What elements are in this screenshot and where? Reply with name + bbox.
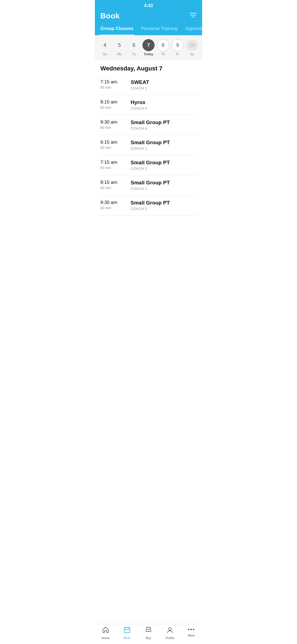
class-time-1: 7:15 am 60 min: [100, 79, 131, 89]
date-label-10: Sa: [190, 52, 194, 56]
date-item-7[interactable]: 7 Today: [142, 39, 155, 56]
class-list: 7:15 am 60 min SWEAT COACH 1 8:15 am 60 …: [95, 75, 202, 215]
class-time-5: 7:15 am 60 min: [100, 160, 131, 170]
filter-icon[interactable]: [189, 12, 197, 20]
tab-bar: Group Classes Personal Training Appointm…: [95, 24, 202, 35]
date-number-7: 7: [142, 39, 155, 51]
class-info-1: SWEAT COACH 1: [131, 79, 197, 90]
class-item-7[interactable]: 9:30 am 60 min Small Group PT COACH 1: [99, 195, 198, 215]
date-number-4: 4: [99, 39, 111, 51]
page-title: Book: [100, 12, 120, 20]
tab-group-classes[interactable]: Group Classes: [99, 24, 134, 35]
class-info-4: Small Group PT COACH 1: [131, 140, 197, 151]
date-number-6: 6: [128, 39, 140, 51]
date-picker: 4 Su 5 Mo 6 Tu 7 Today 8 Th 9 Fr 10 Sa: [95, 35, 202, 60]
class-time-7: 9:30 am 60 min: [100, 200, 131, 210]
class-info-7: Small Group PT COACH 1: [131, 200, 197, 211]
tab-personal-training[interactable]: Personal Training: [140, 24, 178, 35]
day-heading: Wednesday, August 7: [95, 60, 202, 75]
date-item-10[interactable]: 10 Sa: [186, 39, 198, 56]
date-item-4[interactable]: 4 Su: [99, 39, 111, 56]
class-info-3: Small Group PT COACH A: [131, 119, 197, 130]
date-number-9: 9: [172, 39, 184, 51]
date-label-7: Today: [144, 52, 153, 56]
class-item-3[interactable]: 9:30 am 60 min Small Group PT COACH A: [99, 115, 198, 135]
class-item-1[interactable]: 7:15 am 60 min SWEAT COACH 1: [99, 75, 198, 95]
header: Book: [95, 9, 202, 24]
date-item-6[interactable]: 6 Tu: [128, 39, 140, 56]
class-item-6[interactable]: 8:15 am 60 min Small Group PT COACH 1: [99, 175, 198, 195]
tab-appointments[interactable]: Appointments: [184, 24, 202, 35]
class-item-4[interactable]: 6:15 am 60 min Small Group PT COACH 1: [99, 135, 198, 155]
date-label-4: Su: [103, 52, 107, 56]
date-number-10: 10: [186, 39, 198, 51]
class-info-2: Hyrox COACH A: [131, 99, 197, 110]
class-time-6: 8:15 am 60 min: [100, 180, 131, 190]
status-bar: 4:43: [95, 0, 202, 9]
date-number-5: 5: [113, 39, 125, 51]
date-item-8[interactable]: 8 Th: [157, 39, 169, 56]
date-item-5[interactable]: 5 Mo: [113, 39, 125, 56]
date-label-9: Fr: [176, 52, 179, 56]
class-info-6: Small Group PT COACH 1: [131, 180, 197, 191]
date-number-8: 8: [157, 39, 169, 51]
class-time-4: 6:15 am 60 min: [100, 140, 131, 150]
date-item-9[interactable]: 9 Fr: [172, 39, 184, 56]
date-label-6: Tu: [132, 52, 136, 56]
status-time: 4:43: [144, 3, 153, 8]
class-item-5[interactable]: 7:15 am 60 min Small Group PT COACH 1: [99, 155, 198, 175]
class-time-2: 8:15 am 60 min: [100, 99, 131, 110]
date-label-8: Th: [161, 52, 165, 56]
class-item-2[interactable]: 8:15 am 60 min Hyrox COACH A: [99, 95, 198, 115]
class-info-5: Small Group PT COACH 1: [131, 160, 197, 171]
date-label-5: Mo: [117, 52, 122, 56]
class-time-3: 9:30 am 60 min: [100, 119, 131, 130]
